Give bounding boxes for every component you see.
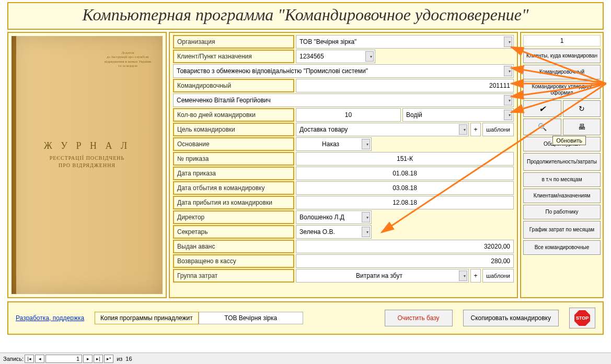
client-label: Клиент/Пункт назначения [173, 50, 294, 63]
report-clients-button[interactable]: Клиентам/назначениям [523, 189, 601, 203]
nav-total: 16 [125, 356, 132, 362]
clear-db-button[interactable]: Очистить базу [385, 310, 453, 326]
nav-current-field[interactable] [45, 355, 82, 363]
order-num-label: № приказа [173, 152, 294, 166]
report-all-button[interactable]: Все командировочные [523, 240, 601, 255]
basis-select[interactable]: Наказ [296, 137, 372, 151]
costgroup-label: Группа затрат [173, 269, 294, 283]
approver-button[interactable]: Командировку утвердил/оформил [523, 81, 601, 99]
nav-last-button[interactable]: ▸| [94, 355, 103, 363]
license-label: Копия программы принадлежит [95, 312, 199, 324]
form-panel: Организация ТОВ "Вечірня зірка" Клиент/П… [169, 32, 518, 298]
advance-label: Выдан аванс [173, 240, 294, 253]
client-full-select[interactable]: Товариство з обмеженою відповідальністю … [173, 64, 514, 78]
secretary-select[interactable]: Зелена О.В. [296, 225, 372, 239]
refresh-button[interactable] [563, 100, 601, 117]
order-num-field[interactable]: 151-К [296, 152, 514, 166]
journal-note: Додаток до Інструкції про службові відря… [105, 51, 151, 68]
advance-field[interactable]: 32020,00 [296, 240, 514, 253]
position-select[interactable]: Водій [402, 108, 514, 122]
depart-date-field[interactable]: 03.08.18 [296, 181, 514, 195]
org-label: Организация [173, 35, 294, 49]
stop-icon: STOP [574, 310, 590, 326]
trip-number-field[interactable]: 201111 [296, 79, 514, 92]
purpose-label: Цель командировки [173, 123, 294, 136]
secretary-label: Секретарь [173, 225, 294, 239]
left-panel: Додаток до Інструкції про службові відря… [7, 32, 167, 298]
nav-first-button[interactable]: |◂ [25, 355, 34, 363]
order-date-label: Дата приказа [173, 167, 294, 180]
costgroup-add-button[interactable]: + [470, 269, 481, 283]
returned-field[interactable]: 280,00 [296, 254, 514, 268]
report-graph-button[interactable]: График затрат по месяцам [523, 221, 601, 239]
days-field[interactable]: 10 [296, 108, 401, 122]
license-owner: ТОВ Вечірня зірка [199, 312, 303, 324]
nav-prev-button[interactable]: ◂ [35, 355, 44, 363]
bottom-bar: Разработка, поддержка Копия программы пр… [7, 301, 604, 335]
days-label: Кол-во дней командировки [173, 108, 294, 122]
dev-support-link[interactable]: Разработка, поддержка [16, 314, 84, 322]
search-button[interactable] [523, 119, 561, 135]
purpose-add-button[interactable]: + [470, 123, 481, 136]
report-employee-button[interactable]: По работнику [523, 205, 601, 219]
arrive-date-label: Дата прибытия из командировки [173, 196, 294, 209]
nav-new-button[interactable]: ▸* [104, 355, 113, 363]
clients-button[interactable]: Клиенты, куда командирован [523, 49, 601, 63]
basis-label: Основание [173, 137, 294, 151]
arrive-date-field[interactable]: 12.08.18 [296, 196, 514, 209]
nav-label: Запись: [3, 356, 24, 362]
purpose-select[interactable]: Доставка товару [296, 123, 469, 136]
record-navigator: Запись: |◂ ◂ ▸ ▸| ▸* из 16 [0, 353, 611, 364]
director-select[interactable]: Волошенко Л.Д [296, 210, 372, 224]
trip-label: Командировочный [173, 79, 294, 92]
journal-title: Ж У Р Н А Л [11, 140, 163, 151]
costgroup-select[interactable]: Витрати на збут [296, 269, 469, 283]
depart-date-label: Дата отбытия в командировку [173, 181, 294, 195]
report-duration-button[interactable]: Продолжительность/затраты [523, 153, 601, 171]
apply-button[interactable] [523, 100, 561, 117]
journal-cover-image: Додаток до Інструкції про службові відря… [11, 36, 163, 294]
order-date-field[interactable]: 01.08.18 [296, 167, 514, 180]
nav-of-label: из [117, 356, 122, 362]
employee-select[interactable]: Семенченко Віталій Георгійович [173, 93, 514, 107]
report-months-button[interactable]: в т.ч по месяцам [523, 172, 601, 187]
client-code-select[interactable]: 1234565 [296, 50, 375, 63]
org-select[interactable]: ТОВ "Вечірня зірка" [296, 35, 514, 49]
refresh-tooltip: Обновить [552, 136, 586, 145]
employees-button[interactable]: Командировочный [523, 65, 601, 79]
returned-label: Возвращено в кассу [173, 254, 294, 268]
copy-trip-button[interactable]: Скопировать командировку [463, 310, 559, 326]
right-panel: 1 Клиенты, куда командирован Командирово… [520, 32, 604, 298]
journal-subtitle2: ПРО ВІДРЯДЖЕННЯ [11, 162, 163, 168]
print-button[interactable] [563, 119, 601, 135]
stop-button[interactable]: STOP [569, 308, 595, 328]
title-panel: Компьютерная программа "Командировочное … [7, 2, 604, 30]
costgroup-templates-button[interactable]: шаблони [482, 269, 514, 283]
record-number: 1 [523, 35, 601, 46]
app-title: Компьютерная программа "Командировочное … [8, 5, 603, 25]
nav-next-button[interactable]: ▸ [83, 355, 93, 363]
director-label: Директор [173, 210, 294, 224]
journal-subtitle1: РЕЄСТРАЦІЇ ПОСВІДЧЕНЬ [11, 155, 163, 161]
purpose-templates-button[interactable]: шаблони [482, 123, 514, 136]
